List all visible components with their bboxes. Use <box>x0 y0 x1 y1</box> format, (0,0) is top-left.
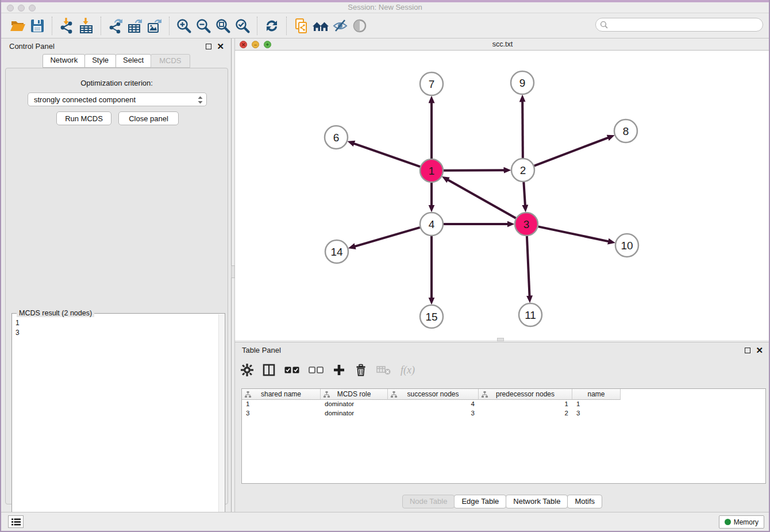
table-cell: 3 <box>572 409 621 418</box>
network-view-window: ✕ – + scc.txt 7968124314101511 <box>235 38 770 340</box>
show-graphics-details-icon[interactable] <box>350 16 369 36</box>
edge-4-14[interactable] <box>355 228 420 246</box>
column-header-name[interactable]: name <box>572 389 621 400</box>
edge-1-2[interactable] <box>444 170 505 171</box>
search-box <box>595 18 763 32</box>
mcds-tab-content: Optimization criterion: strongly connect… <box>5 68 228 504</box>
status-bar: Memory <box>1 512 769 531</box>
tab-network-table[interactable]: Network Table <box>506 495 568 508</box>
zoom-out-icon[interactable] <box>194 16 213 36</box>
memory-status-icon <box>725 519 731 525</box>
edge-2-9[interactable] <box>522 101 523 158</box>
minimize-window-icon[interactable] <box>18 5 25 11</box>
column-header-predecessor-nodes[interactable]: predecessor nodes <box>479 389 572 400</box>
toolbar-separator <box>52 17 52 35</box>
panel-divider-grip[interactable] <box>231 265 235 278</box>
column-header-successor-nodes[interactable]: successor nodes <box>388 389 479 400</box>
toolbar-separator <box>169 17 170 35</box>
table-cell: 1 <box>572 400 621 409</box>
tab-edge-table[interactable]: Edge Table <box>454 495 506 508</box>
zoom-window-icon[interactable] <box>29 5 36 11</box>
table-row[interactable]: 3dominator323 <box>242 409 765 418</box>
mcds-result-group: MCDS result (2 nodes) 13 <box>11 313 225 529</box>
table-toolbar: f(x) <box>241 360 415 380</box>
zoom-fit-icon[interactable] <box>213 16 233 36</box>
tab-motifs[interactable]: Motifs <box>567 495 602 508</box>
graph-node-label: 8 <box>623 125 629 137</box>
close-panel-button[interactable]: Close panel <box>118 111 179 125</box>
table-panel-tabs: Node TableEdge TableNetwork TableMotifs <box>235 495 770 508</box>
node-table-header: shared nameMCDS rolesuccessor nodesprede… <box>242 389 765 400</box>
tab-select[interactable]: Select <box>116 54 151 68</box>
export-table-icon[interactable] <box>125 16 145 36</box>
maximize-network-icon[interactable]: + <box>264 41 271 48</box>
hide-graphics-icon[interactable] <box>330 16 350 36</box>
run-mcds-button[interactable]: Run MCDS <box>56 111 111 125</box>
add-column-icon[interactable] <box>333 364 345 376</box>
delete-table-icon <box>376 364 391 376</box>
task-history-button[interactable] <box>8 515 24 528</box>
graph-node-label: 3 <box>523 218 530 230</box>
select-all-icon[interactable] <box>284 366 299 374</box>
deselect-all-icon[interactable] <box>309 366 324 374</box>
graph-node-label: 11 <box>525 309 536 321</box>
network-window-title: scc.txt <box>235 38 770 50</box>
export-network-icon[interactable] <box>106 16 125 36</box>
result-scrollbar[interactable] <box>218 314 224 528</box>
edge-3-1[interactable] <box>448 180 516 218</box>
optimization-criterion-select[interactable]: strongly connected component <box>28 92 207 106</box>
node-table[interactable]: shared nameMCDS rolesuccessor nodesprede… <box>241 388 766 484</box>
zoom-selected-icon[interactable] <box>233 16 252 36</box>
save-session-icon[interactable] <box>28 16 47 36</box>
delete-icon[interactable] <box>355 364 367 376</box>
table-cell: 2 <box>479 409 572 418</box>
edge-3-11[interactable] <box>527 236 530 296</box>
show-all-networks-icon[interactable] <box>311 16 330 36</box>
main-toolbar <box>1 13 769 38</box>
memory-button[interactable]: Memory <box>719 515 764 529</box>
mcds-result-list[interactable]: 13 <box>12 317 218 527</box>
edge-3-10[interactable] <box>538 226 609 241</box>
export-image-icon[interactable] <box>145 16 164 36</box>
graph-node-label: 7 <box>429 78 435 90</box>
tab-network[interactable]: Network <box>43 54 85 68</box>
edge-1-6[interactable] <box>353 144 420 167</box>
close-table-panel-icon[interactable]: ✕ <box>756 348 763 353</box>
import-network-icon[interactable] <box>57 16 76 36</box>
network-resize-grip[interactable] <box>497 338 504 341</box>
edge-2-3[interactable] <box>523 182 525 206</box>
search-input[interactable] <box>595 18 763 32</box>
node-table-body: 1dominator4113dominator323 <box>242 400 765 418</box>
column-header-shared-name[interactable]: shared name <box>242 389 321 400</box>
mcds-result-title: MCDS result (2 nodes) <box>17 309 94 317</box>
open-session-icon[interactable] <box>8 16 28 36</box>
table-panel-title: Table Panel <box>242 346 745 354</box>
minimize-network-icon[interactable]: – <box>252 41 259 48</box>
network-canvas[interactable]: 7968124314101511 <box>235 51 770 340</box>
graph-node-label: 15 <box>425 311 437 323</box>
split-columns-icon[interactable] <box>263 364 275 376</box>
toolbar-separator <box>257 17 257 35</box>
zoom-in-icon[interactable] <box>174 16 194 36</box>
table-row[interactable]: 1dominator411 <box>242 400 765 409</box>
apply-layout-icon[interactable] <box>262 16 282 36</box>
float-table-panel-icon[interactable] <box>745 348 750 353</box>
float-panel-icon[interactable] <box>206 44 211 49</box>
tab-node-table[interactable]: Node Table <box>402 495 455 508</box>
mcds-result-line: 1 <box>16 318 214 328</box>
close-network-icon[interactable]: ✕ <box>240 41 247 48</box>
graph-node-label: 2 <box>520 164 526 176</box>
close-panel-icon[interactable]: ✕ <box>217 44 224 49</box>
graph-node-label: 9 <box>519 77 526 89</box>
open-session-file-icon[interactable] <box>291 16 311 36</box>
table-cell: dominator <box>321 409 388 418</box>
tab-style[interactable]: Style <box>84 54 116 68</box>
close-window-icon[interactable] <box>7 5 14 11</box>
memory-label: Memory <box>734 518 759 526</box>
import-table-icon[interactable] <box>76 16 96 36</box>
edge-2-8[interactable] <box>534 137 609 165</box>
macos-traffic-lights[interactable] <box>7 5 36 11</box>
gear-icon[interactable] <box>241 364 253 376</box>
tab-mcds[interactable]: MCDS <box>151 54 190 68</box>
column-header-MCDS-role[interactable]: MCDS role <box>321 389 388 400</box>
